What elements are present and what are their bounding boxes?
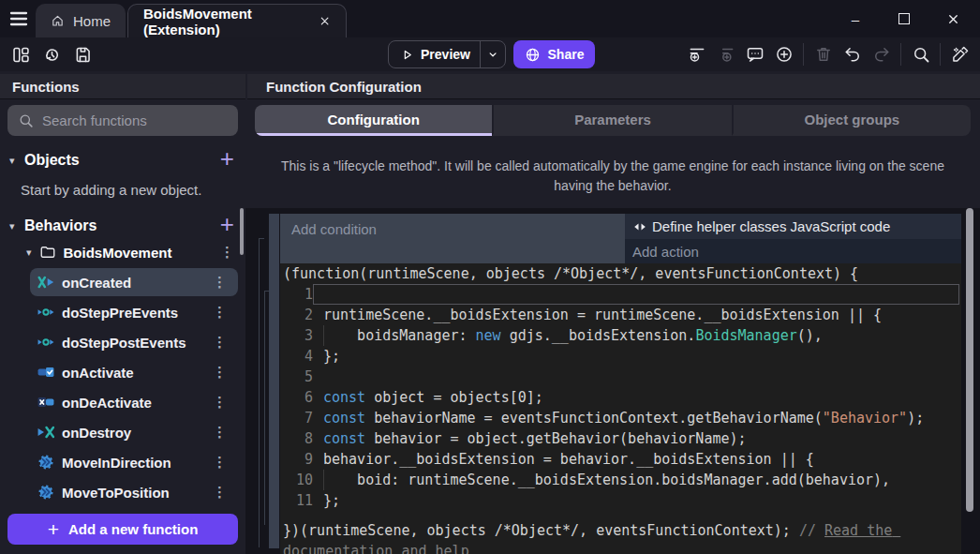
add-comment-icon [746,45,765,64]
sidebar-scrollbar-thumb[interactable] [240,208,244,255]
events-sheet: Add condition Define helper classes Java… [245,208,980,554]
more-options-icon[interactable]: ⋮ [213,304,227,321]
preview-button[interactable]: Preview [388,40,506,68]
share-button[interactable]: Share [513,40,595,68]
functions-panel-title: Functions [0,74,245,99]
code-epilogue: })(runtimeScene, objects /*Object*/, eve… [280,520,928,554]
toolbar: Preview Share [0,37,980,71]
layout-icon[interactable] [11,45,31,65]
behavior-functions-tree: ▾ BoidsMovement ⋮ onCreated⋮doStepPreEve… [0,238,245,508]
more-options-icon[interactable]: ⋮ [213,424,227,441]
undo-button[interactable] [838,40,867,68]
line-number: 3 [280,325,313,346]
function-item-label: doStepPreEvents [62,305,178,321]
preview-split-divider [480,41,481,67]
objects-empty-hint: Start by adding a new object. [21,182,201,198]
objects-section-header[interactable]: ▾ Objects + [0,146,245,174]
function-item-label: onCreated [62,275,131,291]
function-item-label: doStepPostEvents [62,335,186,351]
function-item-onCreated[interactable]: onCreated⋮ [30,268,238,296]
trash-button [809,40,838,68]
close-button[interactable] [935,5,971,33]
add-circle-icon [775,45,794,64]
collapse-arrow-icon[interactable]: ▾ [26,247,32,259]
function-item-onDeActivate[interactable]: onDeActivate⋮ [30,388,238,416]
event-bracket-line [264,291,265,525]
more-options-icon[interactable]: ⋮ [213,274,227,291]
behavior-function-icon [37,484,54,501]
chevron-down-icon[interactable] [486,47,499,62]
toolbar-left-icons [11,37,93,71]
tab-parameters[interactable]: Parameters [492,105,731,136]
add-event-button[interactable] [682,40,711,68]
tab-extension[interactable]: BoidsMovement (Extension) [127,4,347,37]
tab-object-groups[interactable]: Object groups [732,105,971,136]
tab-extension-label: BoidsMovement (Extension) [143,6,310,37]
menu-hamburger-icon[interactable] [7,7,30,30]
js-code-editor[interactable]: (function(runtimeScene, objects /*Object… [280,263,961,554]
function-item-onActivate[interactable]: onActivate⋮ [30,358,238,386]
add-comment-button[interactable] [740,40,769,68]
line-number: 2 [280,305,313,325]
add-action-cell[interactable]: Add action [625,239,961,263]
collapse-arrow-icon[interactable]: ▾ [9,155,20,167]
add-circle-button[interactable] [769,40,798,68]
js-code-icon [632,219,647,234]
more-options-icon[interactable]: ⋮ [213,364,227,381]
maximize-button[interactable] [886,5,922,33]
edit-extension-button[interactable] [945,40,974,68]
event-drag-handle[interactable] [269,214,279,548]
add-subevent-icon [717,45,735,64]
behaviors-section-header[interactable]: ▾ Behaviors + [0,212,245,240]
events-scrollbar-thumb[interactable] [966,208,973,512]
function-item-MoveInDirection[interactable]: MoveInDirection⋮ [30,448,238,476]
search-functions-box[interactable] [7,105,238,136]
more-options-icon[interactable]: ⋮ [213,394,227,411]
tab-home[interactable]: Home [36,4,126,37]
epilogue-comment: // [799,522,824,539]
code-line-10: 10 boid: runtimeScene.__boidsExtension.b… [280,470,961,490]
lifecycle-description: This is a "lifecycle method". It will be… [264,157,961,196]
search-button[interactable] [906,40,935,68]
add-condition-cell[interactable]: Add condition [280,214,625,263]
code-line-9: 9behavior.__boidsExtension = behavior.__… [280,449,961,470]
undo-icon [843,45,862,64]
more-options-icon[interactable]: ⋮ [220,244,234,261]
lifecycle-step-icon [37,334,54,351]
edit-extension-icon [951,45,970,64]
more-options-icon[interactable]: ⋮ [213,454,227,471]
add-behavior-button[interactable]: + [220,210,234,238]
lifecycle-destroy-icon [37,424,54,441]
function-configuration-title: Function Configuration [247,74,980,99]
add-object-button[interactable]: + [220,144,234,172]
line-number: 9 [280,449,313,470]
line-number: 8 [280,428,313,449]
code-prelude: (function(runtimeScene, objects /*Object… [280,263,961,284]
function-item-label: MoveToPosition [62,485,170,501]
search-functions-input[interactable] [42,112,230,128]
function-item-label: MoveInDirection [62,455,171,471]
behavior-group-row[interactable]: ▾ BoidsMovement ⋮ [0,238,245,266]
tab-configuration[interactable]: Configuration [255,105,492,136]
function-item-onDestroy[interactable]: onDestroy⋮ [30,418,238,446]
toolbar-right-icons [682,37,974,71]
function-item-doStepPreEvents[interactable]: doStepPreEvents⋮ [30,298,238,326]
more-options-icon[interactable]: ⋮ [213,334,227,351]
minimize-button[interactable]: – [838,5,873,33]
function-item-doStepPostEvents[interactable]: doStepPostEvents⋮ [30,328,238,356]
globe-icon [525,47,541,63]
js-event-title[interactable]: Define helper classes JavaScript code [625,214,961,239]
history-icon[interactable] [42,45,62,65]
code-line-7: 7const behaviorName = eventsFunctionCont… [280,408,961,428]
close-tab-icon[interactable] [319,14,331,28]
add-function-button[interactable]: + Add a new function [7,514,238,545]
function-item-MoveToPosition[interactable]: MoveToPosition⋮ [30,478,238,506]
title-bar: Home BoidsMovement (Extension) – [0,0,980,37]
save-icon[interactable] [73,45,93,65]
line-number: 7 [280,408,313,428]
search-icon [912,45,930,64]
collapse-arrow-icon[interactable]: ▾ [9,220,20,232]
epilogue-code: })(runtimeScene, objects /*Object*/, eve… [283,522,799,539]
preview-label: Preview [421,47,470,62]
more-options-icon[interactable]: ⋮ [213,484,227,501]
